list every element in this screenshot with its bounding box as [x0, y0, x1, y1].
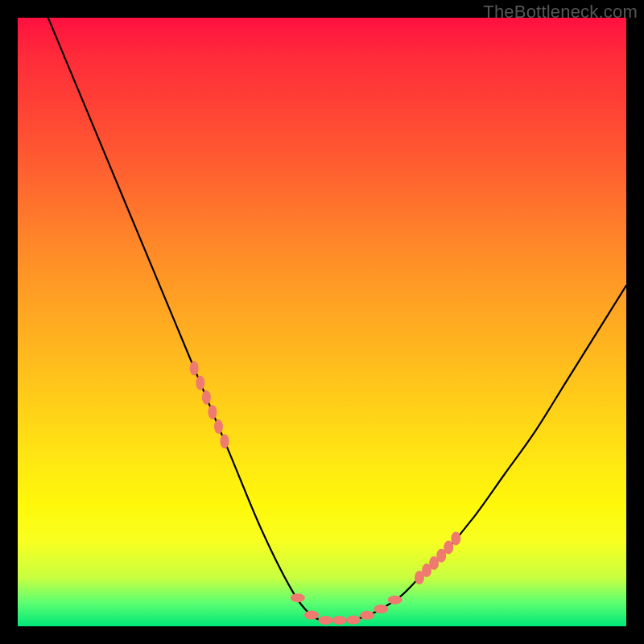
curve-marker	[202, 390, 211, 405]
curve-marker	[451, 532, 460, 546]
curve-marker	[196, 376, 204, 390]
curve-marker	[214, 419, 223, 434]
curve-marker	[190, 361, 199, 376]
curve-marker	[304, 611, 319, 620]
curve-marker	[332, 616, 347, 625]
curve-marker	[208, 405, 217, 419]
chart-frame: TheBottleneck.com	[0, 0, 644, 644]
curve-marker	[374, 605, 388, 613]
curve-marker	[360, 611, 374, 620]
curve-marker	[221, 434, 229, 448]
curve-marker	[346, 616, 361, 625]
bottleneck-curve	[48, 18, 626, 621]
attribution-watermark: TheBottleneck.com	[483, 2, 638, 23]
curve-marker	[318, 616, 332, 625]
curve-layer	[18, 18, 626, 626]
curve-marker	[388, 596, 402, 605]
plot-area	[18, 18, 626, 626]
curve-markers-floor	[291, 593, 402, 625]
curve-markers-right	[415, 532, 460, 584]
curve-marker	[444, 541, 453, 555]
curve-marker	[291, 593, 305, 602]
